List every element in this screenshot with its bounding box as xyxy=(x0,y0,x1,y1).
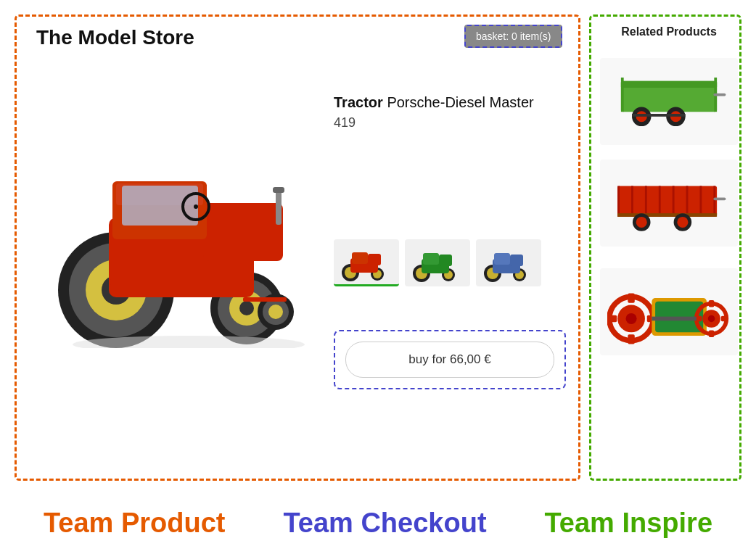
svg-rect-74 xyxy=(607,315,617,322)
thumbnail-1-image xyxy=(337,242,395,282)
store-title: The Model Store xyxy=(36,26,194,49)
svg-point-51 xyxy=(670,111,681,122)
related-item-2[interactable] xyxy=(600,160,738,247)
product-title: Tractor Porsche-Diesel Master xyxy=(334,94,566,111)
svg-point-65 xyxy=(636,217,647,228)
svg-rect-81 xyxy=(709,300,715,307)
svg-rect-57 xyxy=(645,186,647,217)
svg-rect-22 xyxy=(243,297,287,302)
svg-rect-72 xyxy=(628,294,634,303)
team-inspire-label: Team Inspire xyxy=(544,508,712,539)
svg-rect-56 xyxy=(631,186,633,217)
svg-rect-21 xyxy=(109,279,254,285)
svg-rect-45 xyxy=(621,81,717,88)
buy-button[interactable]: buy for 66,00 € xyxy=(345,342,554,378)
svg-rect-68 xyxy=(713,197,726,200)
svg-rect-29 xyxy=(352,252,368,264)
svg-point-19 xyxy=(268,305,283,319)
thumbnail-1[interactable] xyxy=(334,239,399,286)
thumbnail-row xyxy=(334,239,541,286)
svg-point-7 xyxy=(239,301,254,315)
svg-rect-63 xyxy=(617,213,717,217)
svg-rect-15 xyxy=(276,189,282,225)
svg-rect-12 xyxy=(122,186,198,226)
svg-rect-59 xyxy=(673,186,675,217)
related-item-1[interactable] xyxy=(600,58,738,145)
svg-rect-55 xyxy=(617,186,620,217)
svg-rect-53 xyxy=(632,114,686,117)
team-product-label: Team Product xyxy=(44,508,226,539)
svg-rect-46 xyxy=(621,78,624,112)
product-category: Tractor xyxy=(334,94,383,110)
svg-rect-43 xyxy=(494,253,510,265)
svg-rect-82 xyxy=(709,331,715,337)
svg-rect-85 xyxy=(652,317,696,321)
svg-rect-61 xyxy=(700,186,702,217)
thumbnail-2-image xyxy=(408,243,467,283)
svg-point-80 xyxy=(708,315,715,322)
main-product-image xyxy=(22,87,312,363)
svg-rect-52 xyxy=(713,94,726,96)
related-products-title: Related Products xyxy=(600,25,738,38)
team-labels: Team Product Team Checkout Team Inspire xyxy=(15,508,741,539)
buy-section: buy for 66,00 € xyxy=(334,330,566,389)
svg-rect-16 xyxy=(273,187,284,193)
basket-button[interactable]: basket: 0 item(s) xyxy=(464,25,562,48)
tractor-illustration xyxy=(29,102,305,348)
svg-rect-35 xyxy=(439,255,452,266)
svg-point-49 xyxy=(636,111,647,122)
svg-rect-58 xyxy=(659,186,661,217)
svg-rect-62 xyxy=(713,186,715,217)
related-item-1-image xyxy=(607,65,731,138)
svg-rect-84 xyxy=(721,316,728,322)
related-item-3-image xyxy=(607,272,731,352)
svg-rect-60 xyxy=(686,186,689,217)
svg-point-67 xyxy=(677,217,688,228)
product-info: Tractor Porsche-Diesel Master 419 xyxy=(334,94,566,131)
svg-rect-42 xyxy=(510,255,523,266)
team-checkout-label: Team Checkout xyxy=(283,508,486,539)
svg-rect-36 xyxy=(423,253,439,265)
svg-rect-28 xyxy=(368,254,381,265)
svg-point-14 xyxy=(194,204,198,209)
svg-rect-9 xyxy=(203,203,283,261)
thumbnail-2[interactable] xyxy=(405,239,470,286)
svg-rect-73 xyxy=(628,334,634,344)
svg-point-71 xyxy=(626,313,637,324)
related-item-2-image xyxy=(607,167,731,239)
product-model: 419 xyxy=(334,115,566,131)
thumbnail-3[interactable] xyxy=(476,239,541,286)
thumbnail-3-image xyxy=(480,243,538,283)
product-name: Porsche-Diesel Master xyxy=(387,94,533,110)
related-item-3[interactable] xyxy=(600,268,738,355)
